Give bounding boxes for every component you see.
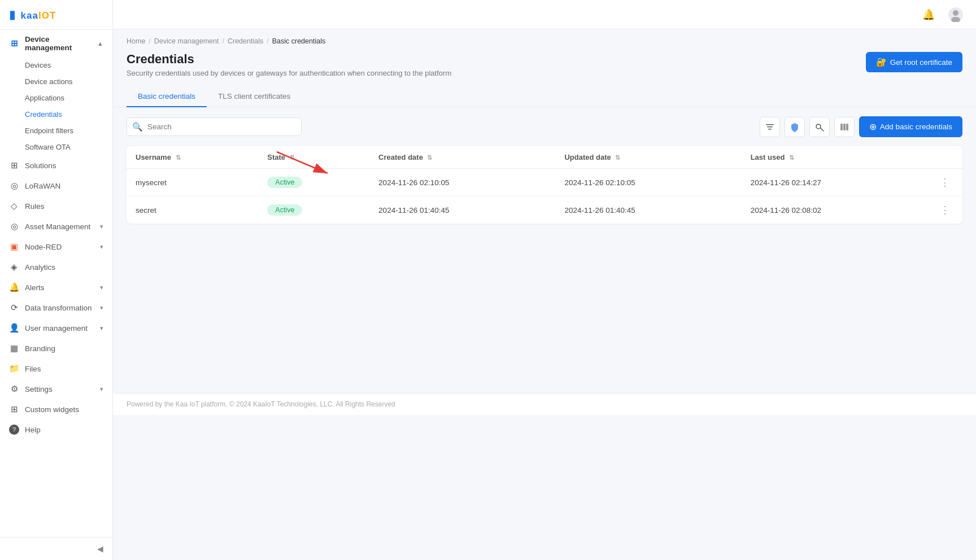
breadcrumb: Home / Device management / Credentials /… bbox=[113, 29, 976, 45]
content-spacer bbox=[113, 224, 976, 393]
col-created-date[interactable]: Created date ⇅ bbox=[369, 146, 555, 169]
search-input[interactable] bbox=[127, 117, 302, 136]
add-basic-credentials-label: Add basic credentials bbox=[880, 123, 952, 131]
footer-text: Powered by the Kaa IoT platform, © 2024 … bbox=[127, 400, 395, 408]
toolbar: 🔍 bbox=[113, 107, 976, 146]
sort-username-icon[interactable]: ⇅ bbox=[176, 154, 181, 161]
breadcrumb-current: Basic credentials bbox=[272, 37, 326, 45]
status-badge-0: Active bbox=[267, 177, 302, 188]
sidebar-item-software-ota[interactable]: Software OTA bbox=[25, 139, 112, 155]
row-menu-0[interactable]: ⋮ bbox=[936, 176, 953, 189]
sidebar-item-lorawan[interactable]: ◎ LoRaWAN bbox=[0, 176, 112, 196]
node-red-label: Node-RED bbox=[25, 243, 94, 251]
certificate-icon: 🔐 bbox=[876, 57, 887, 67]
device-management-menu[interactable]: ⊞ Device management ▲ bbox=[0, 30, 112, 57]
sidebar-item-endpoint-filters[interactable]: Endpoint filters bbox=[25, 123, 112, 139]
cell-username-1: secret bbox=[127, 196, 258, 224]
sidebar-item-custom-widgets[interactable]: ⊞ Custom widgets bbox=[0, 399, 112, 419]
analytics-icon: ◈ bbox=[9, 262, 19, 272]
breadcrumb-home[interactable]: Home bbox=[127, 37, 145, 45]
table-header-row: Username ⇅ State ⇅ Created date ⇅ bbox=[127, 146, 962, 169]
sidebar-item-solutions[interactable]: ⊞ Solutions bbox=[0, 155, 112, 176]
sidebar-item-device-actions[interactable]: Device actions bbox=[25, 73, 112, 90]
branding-label: Branding bbox=[25, 344, 103, 353]
sidebar-item-user-management[interactable]: 👤 User management ▾ bbox=[0, 318, 112, 338]
page-subtitle: Security credentials used by devices or … bbox=[127, 69, 451, 77]
breadcrumb-credentials[interactable]: Credentials bbox=[228, 37, 263, 45]
device-management-icon: ⊞ bbox=[9, 38, 19, 49]
col-state-label: State bbox=[267, 153, 285, 161]
cell-created-date-0: 2024-11-26 02:10:05 bbox=[369, 169, 555, 196]
sidebar-item-alerts[interactable]: 🔔 Alerts ▾ bbox=[0, 277, 112, 298]
tabs-container: Basic credentials TLS client certificate… bbox=[113, 77, 976, 107]
sidebar-collapse-button[interactable]: ◀ bbox=[0, 537, 112, 560]
svg-rect-4 bbox=[767, 126, 773, 128]
breadcrumb-sep-1: / bbox=[149, 37, 150, 45]
settings-label: Settings bbox=[25, 385, 94, 393]
sidebar-item-branding[interactable]: ▦ Branding bbox=[0, 338, 112, 358]
cell-username-0: mysecret bbox=[127, 169, 258, 196]
device-management-submenu: Devices Device actions Applications Cred… bbox=[0, 57, 112, 155]
user-management-chevron: ▾ bbox=[100, 325, 103, 332]
tab-tls-client-certificates[interactable]: TLS client certificates bbox=[207, 86, 302, 107]
table-container: Username ⇅ State ⇅ Created date ⇅ bbox=[113, 146, 976, 224]
custom-widgets-icon: ⊞ bbox=[9, 404, 19, 414]
sidebar-item-analytics[interactable]: ◈ Analytics bbox=[0, 257, 112, 277]
sidebar-item-node-red[interactable]: ▣ Node-RED ▾ bbox=[0, 237, 112, 257]
sidebar-item-rules[interactable]: ◇ Rules bbox=[0, 196, 112, 216]
sidebar-item-files[interactable]: 📁 Files bbox=[0, 358, 112, 379]
key-icon-button[interactable] bbox=[809, 117, 830, 137]
rules-label: Rules bbox=[25, 202, 103, 211]
sort-state-icon[interactable]: ⇅ bbox=[290, 154, 295, 161]
lorawan-icon: ◎ bbox=[9, 181, 19, 191]
svg-point-1 bbox=[953, 10, 958, 16]
data-transformation-chevron: ▾ bbox=[100, 304, 103, 312]
tab-basic-credentials[interactable]: Basic credentials bbox=[127, 86, 207, 107]
lorawan-label: LoRaWAN bbox=[25, 182, 103, 190]
col-username[interactable]: Username ⇅ bbox=[127, 146, 258, 169]
sort-created-date-icon[interactable]: ⇅ bbox=[427, 154, 432, 161]
sidebar-item-devices[interactable]: Devices bbox=[25, 57, 112, 73]
device-management-label: Device management bbox=[25, 35, 91, 52]
key-icon bbox=[814, 122, 825, 132]
filter-icon-button[interactable] bbox=[760, 117, 780, 137]
sidebar-item-asset-management[interactable]: ◎ Asset Management ▾ bbox=[0, 216, 112, 237]
collapse-icon: ◀ bbox=[97, 544, 103, 553]
cell-last-used-1: 2024-11-26 02:08:02 bbox=[742, 196, 927, 224]
files-icon: 📁 bbox=[9, 364, 19, 374]
col-username-label: Username bbox=[136, 153, 171, 161]
col-state[interactable]: State ⇅ bbox=[258, 146, 369, 169]
sidebar-item-data-transformation[interactable]: ⟳ Data transformation ▾ bbox=[0, 298, 112, 318]
user-management-icon: 👤 bbox=[9, 323, 19, 333]
notification-icon[interactable]: 🔔 bbox=[920, 6, 938, 24]
row-menu-1[interactable]: ⋮ bbox=[936, 203, 953, 217]
cell-state-0: Active bbox=[258, 169, 369, 196]
add-icon: ⊕ bbox=[869, 121, 877, 132]
page-title: Credentials bbox=[127, 52, 451, 67]
alerts-icon: 🔔 bbox=[9, 282, 19, 292]
add-basic-credentials-button[interactable]: ⊕ Add basic credentials bbox=[859, 116, 962, 137]
solutions-icon: ⊞ bbox=[9, 160, 19, 170]
user-avatar-icon[interactable] bbox=[947, 6, 965, 24]
sort-updated-date-icon[interactable]: ⇅ bbox=[615, 154, 620, 161]
sidebar-item-credentials[interactable]: Credentials bbox=[25, 106, 112, 123]
col-updated-date[interactable]: Updated date ⇅ bbox=[555, 146, 741, 169]
asset-management-chevron: ▾ bbox=[100, 223, 103, 230]
columns-icon-button[interactable] bbox=[834, 117, 855, 137]
status-badge-1: Active bbox=[267, 204, 302, 216]
col-updated-date-label: Updated date bbox=[564, 153, 611, 161]
main-content: 🔔 Home / Device management / Credentials… bbox=[113, 0, 976, 560]
breadcrumb-sep-2: / bbox=[222, 37, 224, 45]
col-last-used[interactable]: Last used ⇅ bbox=[742, 146, 927, 169]
node-red-icon: ▣ bbox=[9, 242, 19, 252]
breadcrumb-device-management[interactable]: Device management bbox=[154, 37, 219, 45]
sidebar-item-applications[interactable]: Applications bbox=[25, 90, 112, 106]
sidebar-item-settings[interactable]: ⚙ Settings ▾ bbox=[0, 379, 112, 399]
table-body: mysecret Active 2024-11-26 02:10:05 2024… bbox=[127, 169, 962, 224]
shield-icon-button[interactable] bbox=[785, 117, 805, 137]
search-wrap: 🔍 bbox=[127, 117, 302, 136]
get-root-certificate-button[interactable]: 🔐 Get root certificate bbox=[866, 52, 962, 72]
device-management-chevron: ▲ bbox=[97, 40, 103, 47]
sort-last-used-icon[interactable]: ⇅ bbox=[789, 154, 794, 161]
sidebar-item-help[interactable]: ? Help bbox=[0, 419, 112, 440]
